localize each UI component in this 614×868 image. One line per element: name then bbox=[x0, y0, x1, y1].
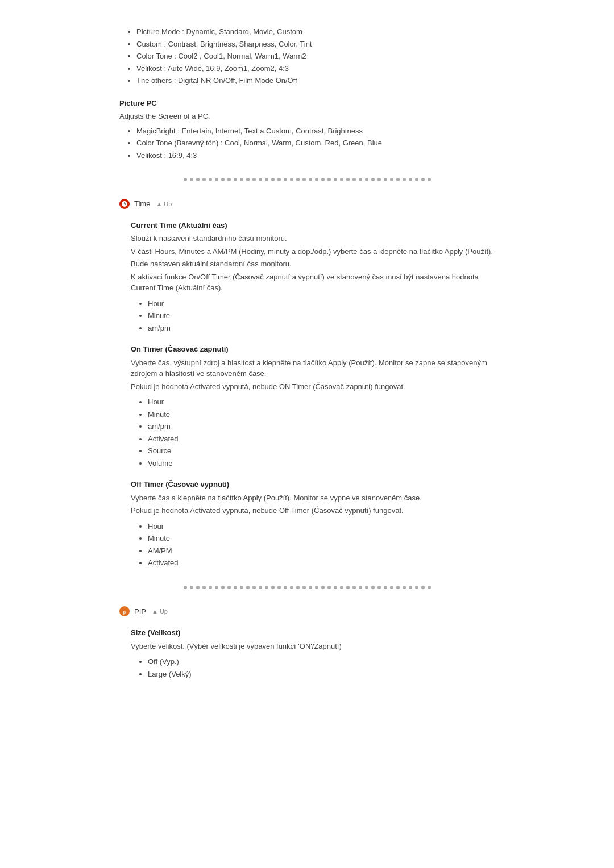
divider-dot bbox=[259, 586, 262, 589]
list-item: Volume bbox=[148, 458, 495, 469]
size-section: Size (Velikost) Vyberte velikost. (Výběr… bbox=[131, 627, 495, 679]
divider-dot bbox=[309, 586, 312, 589]
divider-dot bbox=[190, 586, 193, 589]
divider-dot bbox=[252, 586, 256, 589]
divider-dot bbox=[321, 586, 325, 589]
size-desc: Vyberte velikost. (Výběr velikosti je vy… bbox=[131, 641, 495, 652]
divider-dot bbox=[390, 586, 393, 589]
pip-nav-header: p PIP ▲ Up bbox=[119, 606, 495, 617]
current-time-section: Current Time (Aktuální čas) Slouží k nas… bbox=[131, 220, 495, 334]
divider-dot bbox=[184, 178, 187, 181]
divider-dot bbox=[421, 586, 425, 589]
divider-dot bbox=[421, 178, 425, 181]
divider-dot bbox=[377, 178, 381, 181]
divider-dot bbox=[290, 178, 293, 181]
divider-dot bbox=[371, 586, 375, 589]
clock-icon bbox=[121, 200, 128, 208]
divider-dot bbox=[390, 178, 393, 181]
off-timer-section: Off Timer (Časovač vypnutí) Vyberte čas … bbox=[131, 479, 495, 569]
off-timer-list: Hour Minute AM/PM Activated bbox=[131, 521, 495, 569]
divider-dot bbox=[315, 178, 318, 181]
on-timer-p1: Vyberte čas, výstupní zdroj a hlasitost … bbox=[131, 357, 495, 379]
size-list: Off (Vyp.) Large (Velký) bbox=[131, 656, 495, 679]
list-item: Hour bbox=[148, 521, 495, 532]
divider-dot bbox=[321, 178, 325, 181]
divider-dot bbox=[428, 178, 431, 181]
current-time-list: Hour Minute am/pm bbox=[131, 298, 495, 334]
divider-dot bbox=[384, 178, 387, 181]
divider-dot bbox=[215, 178, 218, 181]
on-timer-section: On Timer (Časovač zapnutí) Vyberte čas, … bbox=[131, 344, 495, 469]
divider-dot bbox=[246, 586, 250, 589]
divider-dot bbox=[284, 178, 287, 181]
picture-pc-desc: Adjusts the Screen of a PC. bbox=[119, 111, 495, 122]
list-item: Hour bbox=[148, 298, 495, 310]
divider-dot bbox=[246, 178, 250, 181]
divider-dot bbox=[227, 178, 231, 181]
current-time-p1: Slouží k nastavení standardního času mon… bbox=[131, 233, 495, 244]
divider-dot bbox=[359, 586, 362, 589]
divider-dot bbox=[334, 586, 337, 589]
svg-text:p: p bbox=[123, 610, 126, 615]
off-timer-p2: Pokud je hodnota Activated vypnutá, nebu… bbox=[131, 505, 495, 516]
current-time-title: Current Time (Aktuální čas) bbox=[131, 220, 495, 231]
divider-dots-1 bbox=[119, 178, 495, 181]
list-item: Velikost : 16:9, 4:3 bbox=[136, 150, 495, 161]
divider-dot bbox=[409, 178, 412, 181]
divider-dot bbox=[284, 586, 287, 589]
divider-dot bbox=[271, 586, 275, 589]
divider-dot bbox=[365, 178, 368, 181]
list-item: Activated bbox=[148, 557, 495, 569]
list-item: Hour bbox=[148, 397, 495, 408]
list-item: am/pm bbox=[148, 323, 495, 334]
on-timer-title: On Timer (Časovač zapnutí) bbox=[131, 344, 495, 355]
divider-dot bbox=[190, 178, 193, 181]
divider-dot bbox=[302, 586, 306, 589]
time-up-label[interactable]: ▲ Up bbox=[156, 199, 172, 209]
size-title: Size (Velikost) bbox=[131, 627, 495, 639]
divider-dot bbox=[252, 178, 256, 181]
divider-dot bbox=[365, 586, 368, 589]
divider-dot bbox=[184, 586, 187, 589]
divider-dot bbox=[340, 586, 343, 589]
divider-2 bbox=[119, 586, 495, 589]
list-item: Custom : Contrast, Brightness, Sharpness… bbox=[136, 39, 495, 50]
picture-pc-section: Picture PC Adjusts the Screen of a PC. M… bbox=[119, 98, 495, 161]
divider-dot bbox=[265, 586, 268, 589]
divider-dot bbox=[302, 178, 306, 181]
off-timer-title: Off Timer (Časovač vypnutí) bbox=[131, 479, 495, 490]
off-timer-p1: Vyberte čas a klepněte na tlačítko Apply… bbox=[131, 493, 495, 504]
divider-dot bbox=[259, 178, 262, 181]
list-item: Activated bbox=[148, 433, 495, 445]
picture-pc-title: Picture PC bbox=[119, 98, 495, 109]
divider-dot bbox=[196, 586, 200, 589]
divider-dot bbox=[428, 586, 431, 589]
divider-dot bbox=[221, 178, 225, 181]
pip-up-label[interactable]: ▲ Up bbox=[152, 607, 168, 616]
divider-dot bbox=[396, 586, 400, 589]
list-item: Large (Velký) bbox=[148, 669, 495, 680]
on-timer-p2: Pokud je hodnota Activated vypnutá, nebu… bbox=[131, 381, 495, 393]
current-time-p4: K aktivaci funkce On/Off Timer (Časovač … bbox=[131, 272, 495, 294]
divider-dots-2 bbox=[119, 586, 495, 589]
current-time-p2: V části Hours, Minutes a AM/PM (Hodiny, … bbox=[131, 246, 495, 257]
list-item: Velikost : Auto Wide, 16:9, Zoom1, Zoom2… bbox=[136, 63, 495, 74]
divider-dot bbox=[240, 178, 243, 181]
divider-dot bbox=[340, 178, 343, 181]
divider-dot bbox=[196, 178, 200, 181]
list-item: Color Tone (Barevný tón) : Cool, Normal,… bbox=[136, 137, 495, 149]
divider-dot bbox=[346, 586, 350, 589]
divider-dot bbox=[234, 586, 237, 589]
divider-dot bbox=[290, 586, 293, 589]
divider-dot bbox=[415, 586, 418, 589]
divider-dot bbox=[352, 178, 356, 181]
divider-dot bbox=[277, 586, 281, 589]
divider-dot bbox=[215, 586, 218, 589]
divider-dot bbox=[221, 586, 225, 589]
divider-1 bbox=[119, 178, 495, 181]
list-item: Off (Vyp.) bbox=[148, 656, 495, 667]
list-item: am/pm bbox=[148, 421, 495, 432]
divider-dot bbox=[209, 586, 212, 589]
pip-nav-icon: p bbox=[121, 607, 128, 615]
pip-label: PIP bbox=[134, 606, 146, 617]
